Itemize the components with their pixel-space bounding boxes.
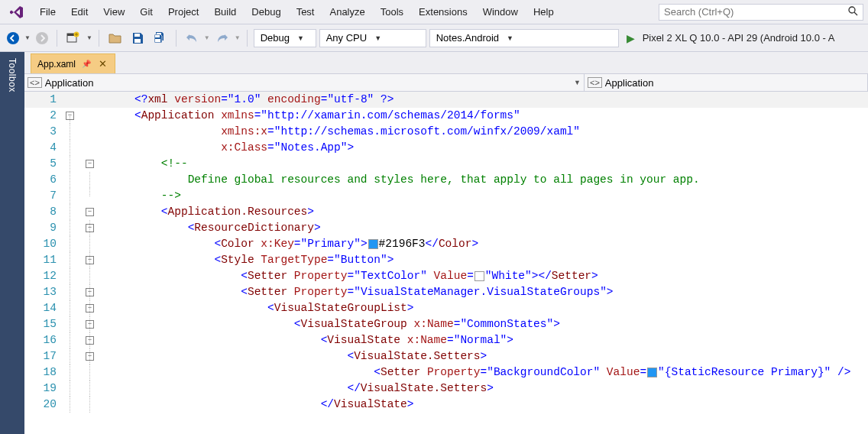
- debug-target-label[interactable]: Pixel 2 XL Q 10.0 - API 29 (Android 10.0…: [638, 32, 840, 44]
- line-number: 5: [24, 156, 66, 172]
- pin-icon[interactable]: 📌: [82, 60, 91, 68]
- startup-project-dropdown[interactable]: Notes.Android▼: [429, 29, 619, 47]
- fold-toggle[interactable]: −: [86, 320, 94, 329]
- nav-back-button[interactable]: [5, 30, 21, 47]
- save-button[interactable]: [128, 28, 147, 48]
- search-input[interactable]: [664, 6, 848, 18]
- code-line[interactable]: 12 <Setter Property="TextColor" Value="W…: [24, 268, 868, 284]
- svg-point-0: [849, 7, 855, 13]
- toolbar-separator: [247, 30, 248, 47]
- menu-test[interactable]: Test: [289, 3, 322, 21]
- new-project-button[interactable]: [63, 28, 83, 48]
- code-line[interactable]: 16 − <VisualState x:Name="Normal">: [24, 332, 868, 348]
- toolbar-separator: [99, 30, 99, 47]
- code-editor[interactable]: 1 <?xml version="1.0" encoding="utf-8" ?…: [24, 92, 868, 434]
- nav-scope-dropdown[interactable]: <> Application ▼: [24, 74, 585, 91]
- open-file-button[interactable]: [105, 28, 125, 48]
- line-number: 14: [24, 300, 66, 316]
- line-number: 16: [24, 332, 66, 348]
- code-line[interactable]: 4 x:Class="Notes.App">: [24, 140, 868, 156]
- color-swatch-icon: [647, 368, 657, 377]
- config-dropdown[interactable]: Debug▼: [254, 29, 316, 47]
- color-swatch-icon: [368, 239, 378, 249]
- close-icon[interactable]: ✕: [97, 58, 108, 70]
- line-number: 8: [24, 204, 66, 220]
- menu-debug[interactable]: Debug: [244, 3, 288, 21]
- code-line[interactable]: 5 − <!--: [24, 156, 868, 172]
- menu-git[interactable]: Git: [132, 3, 160, 21]
- menu-help[interactable]: Help: [526, 3, 562, 21]
- fold-toggle[interactable]: −: [86, 304, 94, 313]
- menu-tools[interactable]: Tools: [373, 3, 411, 21]
- fold-toggle[interactable]: −: [86, 208, 94, 216]
- fold-toggle[interactable]: −: [86, 288, 94, 296]
- code-line[interactable]: 14 − <VisualStateGroupList>: [24, 300, 868, 316]
- line-number: 10: [24, 236, 66, 252]
- tab-filename: App.xaml: [37, 59, 76, 70]
- toolbar-separator: [57, 30, 57, 47]
- undo-dropdown[interactable]: ▼: [204, 34, 210, 41]
- svg-rect-7: [134, 34, 140, 37]
- code-line[interactable]: 10 <Color x:Key="Primary">#2196F3</Color…: [24, 236, 868, 252]
- code-line[interactable]: 18 <Setter Property="BackgroundColor" Va…: [24, 364, 868, 381]
- menu-window[interactable]: Window: [475, 3, 526, 21]
- line-number: 9: [24, 220, 66, 236]
- code-line[interactable]: 1 <?xml version="1.0" encoding="utf-8" ?…: [24, 92, 868, 108]
- line-number: 13: [24, 284, 66, 300]
- toolbar-separator: [176, 30, 177, 47]
- line-number: 7: [24, 188, 66, 204]
- svg-point-2: [7, 32, 19, 44]
- code-line[interactable]: 6 Define global resources and styles her…: [24, 172, 868, 188]
- code-line[interactable]: 17 − <VisualState.Setters>: [24, 348, 868, 364]
- tab-app-xaml[interactable]: App.xaml 📌 ✕: [31, 53, 115, 73]
- undo-button[interactable]: [183, 28, 201, 48]
- line-number: 15: [24, 316, 66, 332]
- code-line[interactable]: 3 xmlns:x="http://schemas.microsoft.com/…: [24, 124, 868, 140]
- code-line[interactable]: 15 − <VisualStateGroup x:Name="CommonSta…: [24, 316, 868, 332]
- menu-view[interactable]: View: [96, 3, 132, 21]
- code-line[interactable]: 7 -->: [24, 188, 868, 204]
- code-line[interactable]: 20 </VisualState>: [24, 397, 868, 413]
- chevron-down-icon: ▼: [574, 79, 581, 86]
- toolbox-panel[interactable]: Toolbox: [0, 52, 24, 434]
- svg-rect-8: [134, 39, 141, 43]
- toolbox-label: Toolbox: [7, 58, 18, 92]
- code-line[interactable]: 13 − <Setter Property="VisualStateManage…: [24, 284, 868, 300]
- code-line[interactable]: 8 − <Application.Resources>: [24, 204, 868, 220]
- menu-file[interactable]: File: [32, 3, 63, 21]
- redo-dropdown[interactable]: ▼: [235, 34, 241, 41]
- new-project-dropdown[interactable]: ▼: [86, 34, 92, 41]
- search-icon[interactable]: [848, 6, 858, 18]
- vs-logo-icon: [9, 5, 24, 20]
- nav-member-dropdown[interactable]: <> Application: [585, 74, 868, 91]
- line-number: 4: [24, 140, 66, 156]
- platform-dropdown[interactable]: Any CPU▼: [319, 29, 426, 47]
- fold-toggle[interactable]: −: [86, 336, 94, 345]
- code-line[interactable]: 19 </VisualState.Setters>: [24, 381, 868, 397]
- menu-project[interactable]: Project: [160, 3, 206, 21]
- start-debug-button[interactable]: ▶: [627, 32, 635, 44]
- menu-extensions[interactable]: Extensions: [411, 3, 475, 21]
- save-all-button[interactable]: [150, 28, 170, 48]
- code-line[interactable]: 9 − <ResourceDictionary>: [24, 220, 868, 236]
- line-number: 3: [24, 124, 66, 140]
- menu-build[interactable]: Build: [206, 3, 244, 21]
- nav-back-dropdown[interactable]: ▼: [24, 34, 31, 41]
- redo-button[interactable]: [213, 28, 232, 48]
- svg-rect-11: [155, 39, 160, 42]
- code-line[interactable]: 11 − <Style TargetType="Button">: [24, 252, 868, 268]
- code-line[interactable]: 2 − <Application xmlns="http://xamarin.c…: [24, 108, 868, 124]
- menu-edit[interactable]: Edit: [63, 3, 96, 21]
- fold-toggle[interactable]: −: [86, 160, 94, 168]
- menu-analyze[interactable]: Analyze: [322, 3, 372, 21]
- color-swatch-icon: [474, 271, 484, 281]
- quick-launch-search[interactable]: [659, 4, 863, 21]
- fold-toggle[interactable]: −: [86, 256, 94, 264]
- fold-toggle[interactable]: −: [86, 352, 94, 361]
- line-number: 6: [24, 172, 66, 188]
- svg-point-3: [36, 32, 48, 44]
- line-number: 20: [24, 397, 66, 413]
- fold-toggle[interactable]: −: [86, 224, 94, 232]
- chevron-down-icon: ▼: [374, 34, 381, 42]
- line-number: 1: [24, 92, 66, 108]
